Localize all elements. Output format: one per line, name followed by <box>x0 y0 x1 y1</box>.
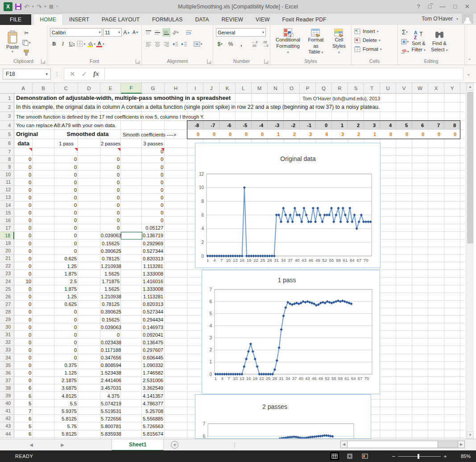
cell-styles-button[interactable]: Cell Styles ▾ <box>329 27 349 56</box>
cell-value[interactable]: 0 <box>55 165 77 170</box>
ribbon-tab-view[interactable]: VIEW <box>249 14 276 25</box>
close-icon[interactable]: ✕ <box>465 3 470 10</box>
merge-center-icon[interactable]: ▾ <box>194 40 203 48</box>
normal-view-icon[interactable] <box>330 452 339 460</box>
comma-style-icon[interactable]: , <box>237 40 245 48</box>
cell-value[interactable]: 0 <box>15 286 31 292</box>
cell-value[interactable]: 0 <box>15 301 31 307</box>
cell-value[interactable]: 5.556885 <box>142 416 163 421</box>
cell-value[interactable]: 0 <box>101 210 120 215</box>
cell-value[interactable]: 0 <box>101 180 120 185</box>
row-header-4[interactable]: 4 <box>0 121 14 130</box>
row-header-37[interactable]: 37 <box>0 377 14 384</box>
cell-value[interactable]: 1.125 <box>55 370 77 375</box>
number-dialog-launcher-icon[interactable] <box>264 59 269 64</box>
row-header-38[interactable]: 38 <box>0 384 14 392</box>
cell-value[interactable]: 7 <box>15 408 31 414</box>
coeff-value-cell[interactable]: 0 <box>380 130 396 139</box>
row-header-30[interactable]: 30 <box>0 323 14 331</box>
horizontal-scroll-thumb[interactable] <box>348 441 438 448</box>
cell-value[interactable]: 0.808594 <box>101 363 120 368</box>
cell-value[interactable]: 0.117188 <box>101 347 120 353</box>
cell-value[interactable]: 0 <box>15 370 31 375</box>
ribbon-tab-insert[interactable]: INSERT <box>63 14 95 25</box>
chart-2-passes[interactable]: 2 passes01234567147101316192225283134374… <box>195 394 371 439</box>
cell-value[interactable]: 1.210938 <box>101 294 120 299</box>
column-header-W[interactable]: W <box>412 83 428 94</box>
coeff-value-cell[interactable]: 0 <box>444 130 460 139</box>
cell-value[interactable]: 0 <box>55 210 77 215</box>
active-cell-F18[interactable] <box>121 232 142 239</box>
cell-value[interactable]: 1.5625 <box>101 271 120 276</box>
row-header-1[interactable]: 1 <box>0 94 14 103</box>
cell-value[interactable]: 5.75 <box>55 424 77 429</box>
cell-value[interactable]: 0 <box>15 187 31 193</box>
shrink-font-icon[interactable]: A▼ <box>132 28 140 37</box>
cell-value[interactable]: 1.5625 <box>101 286 120 292</box>
cell-value[interactable]: 1.25 <box>55 294 77 299</box>
cell-value[interactable]: 0.375 <box>55 363 77 368</box>
cell-value[interactable]: 1.210938 <box>101 264 120 269</box>
cell-value[interactable]: 4.8125 <box>55 393 77 399</box>
cell-value[interactable]: 0 <box>55 225 77 231</box>
row-header-7[interactable]: 7 <box>0 148 14 156</box>
cell-value[interactable]: 0 <box>101 195 120 200</box>
column-header-B[interactable]: B <box>33 83 54 94</box>
paste-button[interactable]: Paste ▾ <box>3 27 22 56</box>
cell-value[interactable]: 3.6875 <box>55 385 77 391</box>
cell-value[interactable]: 5.835938 <box>101 431 120 437</box>
undo-icon[interactable]: ↶ <box>24 4 29 10</box>
increase-indent-icon[interactable] <box>180 40 188 48</box>
cell-value[interactable]: 0 <box>15 157 31 162</box>
cell-value[interactable]: 4.375 <box>101 393 120 399</box>
chart-original-data[interactable]: Original data024681012147101316192225283… <box>195 143 381 268</box>
cell-value[interactable]: 0 <box>15 225 31 231</box>
ribbon-tab-file[interactable]: FILE <box>0 14 31 25</box>
orientation-icon[interactable]: ab▾ <box>171 28 179 37</box>
ribbon-tab-data[interactable]: DATA <box>189 14 215 25</box>
row-header-34[interactable]: 34 <box>0 354 14 362</box>
cell-value[interactable]: 4.786377 <box>142 401 163 406</box>
cell-value[interactable]: 0 <box>15 241 31 246</box>
cell-value[interactable]: 6 <box>15 431 31 437</box>
autosum-icon[interactable]: Σ▾ <box>401 28 409 36</box>
cell-value[interactable]: 0 <box>55 241 77 246</box>
cell-value[interactable]: 1.113281 <box>142 264 163 269</box>
avatar[interactable] <box>462 14 473 24</box>
cell-value[interactable]: 6 <box>15 416 31 421</box>
cell-value[interactable]: 1.523438 <box>101 370 120 375</box>
ribbon-tab-foxit-reader-pdf[interactable]: Foxit Reader PDF <box>276 14 332 25</box>
column-header-N[interactable]: N <box>268 83 284 94</box>
redo-icon[interactable]: ↷ <box>37 4 42 10</box>
cell-value[interactable]: 0 <box>55 317 77 322</box>
cell-value[interactable]: 0 <box>15 165 31 170</box>
cell-value[interactable]: 1.25 <box>55 264 77 269</box>
cell-value[interactable]: 5.5 <box>55 401 77 406</box>
cell-value[interactable]: 0 <box>55 233 77 238</box>
zoom-slider-thumb[interactable] <box>418 454 419 459</box>
grow-font-icon[interactable]: A▲ <box>123 28 131 37</box>
cell-value[interactable]: 5.9375 <box>55 408 77 414</box>
row-header-13[interactable]: 13 <box>0 194 14 201</box>
row-header-3[interactable]: 3 <box>0 112 14 121</box>
cell-value[interactable]: 0.625 <box>55 301 77 307</box>
format-cells-button[interactable]: Format▾ <box>354 45 396 54</box>
coeff-value-cell[interactable]: 3 <box>300 130 316 139</box>
cell-value[interactable]: 0 <box>15 325 31 330</box>
font-dialog-launcher-icon[interactable] <box>136 59 140 64</box>
cell-value[interactable]: 0.039063 <box>101 233 120 238</box>
borders-button[interactable]: ▾ <box>77 40 86 48</box>
cell-value[interactable]: 0 <box>15 248 31 254</box>
cell-value[interactable]: 0 <box>55 332 77 338</box>
column-header-X[interactable]: X <box>428 83 444 94</box>
column-header-Y[interactable]: Y <box>444 83 460 94</box>
row-header-41[interactable]: 41 <box>0 407 14 415</box>
cell-value[interactable]: 0 <box>15 347 31 353</box>
format-painter-icon[interactable] <box>22 48 31 57</box>
cell-value[interactable]: 1.333008 <box>142 286 163 292</box>
row-header-8[interactable]: 8 <box>0 156 14 163</box>
row-header-25[interactable]: 25 <box>0 285 14 293</box>
scroll-left-icon[interactable]: ◀ <box>340 441 348 448</box>
cell-value[interactable]: 0.292969 <box>142 241 163 246</box>
row-header-29[interactable]: 29 <box>0 316 14 323</box>
